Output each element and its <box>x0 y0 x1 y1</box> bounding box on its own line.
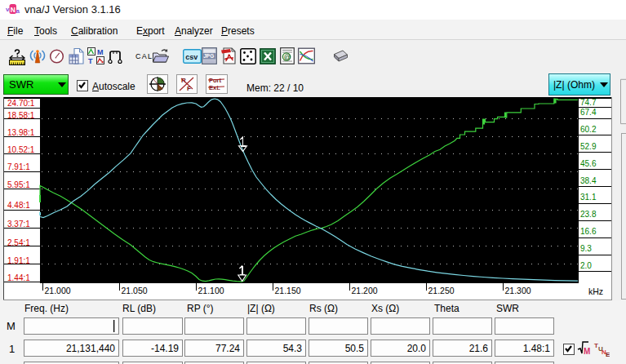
svg-text:9.3: 9.3 <box>580 244 592 253</box>
svg-text:Ext.: Ext. <box>209 84 220 91</box>
svg-text:M: M <box>584 347 590 356</box>
svg-text:N: N <box>11 6 16 14</box>
svg-text:4.48:1: 4.48:1 <box>7 201 30 210</box>
svg-text:13.98:1: 13.98:1 <box>7 128 35 137</box>
svg-text:45.6: 45.6 <box>580 159 597 168</box>
svg-text:1.91:1: 1.91:1 <box>7 256 30 265</box>
svg-text:21.300: 21.300 <box>505 286 531 295</box>
svg-text:31.1: 31.1 <box>580 193 597 202</box>
svg-text:Port: Port <box>209 77 222 84</box>
svg-text:21.250: 21.250 <box>428 286 455 295</box>
svg-text:M: M <box>97 48 104 56</box>
svg-text:21.200: 21.200 <box>352 286 378 295</box>
svg-text:3.37:1: 3.37:1 <box>7 220 30 229</box>
svg-text:JPG: JPG <box>203 53 214 59</box>
svg-text:E: E <box>606 351 610 357</box>
svg-text:a: a <box>16 7 20 15</box>
svg-text:@: @ <box>284 53 291 61</box>
svg-text:21.100: 21.100 <box>198 286 224 295</box>
svg-text:5.95:1: 5.95:1 <box>7 180 30 189</box>
svg-text:16.6: 16.6 <box>580 227 597 236</box>
svg-text:1.44:1: 1.44:1 <box>7 273 30 282</box>
svg-text:38.4: 38.4 <box>580 176 597 185</box>
svg-text:67.4: 67.4 <box>580 108 597 117</box>
svg-text:21.000: 21.000 <box>45 286 71 295</box>
svg-text:52.9: 52.9 <box>580 142 597 151</box>
svg-text:T: T <box>88 57 93 64</box>
svg-text:v: v <box>6 6 10 13</box>
svg-text:21.150: 21.150 <box>275 286 301 295</box>
svg-text:kHz: kHz <box>588 286 603 296</box>
svg-text:7.91:1: 7.91:1 <box>7 162 30 171</box>
svg-text:csv: csv <box>185 53 198 61</box>
svg-text:21.050: 21.050 <box>122 286 148 295</box>
svg-text:60.2: 60.2 <box>580 125 597 134</box>
svg-text:2.54:1: 2.54:1 <box>7 238 30 247</box>
svg-text:10.52:1: 10.52:1 <box>7 145 35 154</box>
svg-text:2.0: 2.0 <box>580 261 592 270</box>
svg-text:24.70:1: 24.70:1 <box>7 99 35 108</box>
svg-text:74.7: 74.7 <box>580 98 597 107</box>
svg-text:18.58:1: 18.58:1 <box>7 111 35 120</box>
svg-text:23.8: 23.8 <box>580 210 597 219</box>
